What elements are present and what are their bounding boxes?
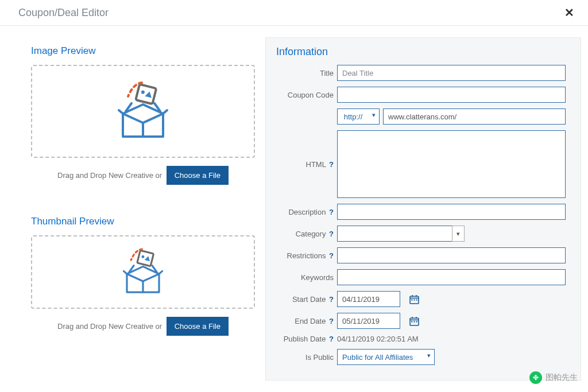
- calendar-icon[interactable]: [409, 294, 419, 304]
- image-drop-caption: Drag and Drop New Creative or Choose a F…: [31, 166, 255, 185]
- protocol-select[interactable]: http://: [337, 108, 380, 125]
- svg-rect-22: [413, 321, 415, 322]
- thumbnail-dropzone[interactable]: [31, 235, 255, 309]
- is-public-select[interactable]: Public for All Affiliates: [337, 349, 435, 365]
- svg-rect-15: [413, 299, 415, 300]
- help-icon[interactable]: ?: [329, 251, 334, 260]
- modal-title: Coupon/Deal Editor: [18, 7, 109, 19]
- svg-rect-12: [412, 295, 413, 297]
- start-date-input[interactable]: [337, 291, 400, 307]
- thumbnail-preview-heading: Thumbnail Preview: [31, 216, 255, 227]
- close-icon[interactable]: ✕: [564, 6, 574, 20]
- help-icon[interactable]: ?: [329, 295, 334, 304]
- category-input[interactable]: [337, 226, 452, 242]
- creative-preview-column: Image Preview: [14, 37, 255, 381]
- coupon-code-input[interactable]: [337, 87, 566, 103]
- category-combo[interactable]: ▾: [337, 226, 465, 242]
- modal-header: Coupon/Deal Editor ✕: [0, 0, 588, 26]
- svg-rect-19: [412, 317, 413, 319]
- thumbnail-drop-caption: Drag and Drop New Creative or Choose a F…: [31, 317, 255, 336]
- start-date-label: Start Date: [292, 295, 326, 304]
- end-date-label: End Date: [295, 317, 326, 325]
- svg-rect-2: [136, 84, 156, 104]
- url-input[interactable]: [383, 108, 566, 125]
- html-textarea[interactable]: [337, 130, 566, 198]
- information-panel: Information Title Coupon Code http://: [265, 37, 581, 381]
- html-label: HTML: [306, 160, 326, 169]
- restrictions-label: Restrictions: [287, 251, 326, 260]
- choose-file-button[interactable]: Choose a File: [167, 166, 229, 185]
- category-label: Category: [296, 230, 326, 238]
- svg-rect-20: [416, 317, 417, 319]
- is-public-label: Is Public: [305, 353, 334, 362]
- restrictions-input[interactable]: [337, 247, 566, 263]
- coupon-deal-editor-modal: Coupon/Deal Editor ✕ Image Preview: [0, 0, 588, 392]
- help-icon[interactable]: ?: [329, 230, 334, 238]
- description-input[interactable]: [337, 204, 566, 220]
- help-icon[interactable]: ?: [329, 208, 334, 216]
- title-label: Title: [320, 69, 334, 77]
- image-preview-heading: Image Preview: [31, 45, 255, 57]
- watermark: ✤ 图帕先生: [529, 371, 578, 384]
- svg-rect-7: [137, 250, 154, 266]
- chevron-down-icon[interactable]: ▾: [452, 226, 465, 242]
- information-heading: Information: [274, 46, 566, 58]
- image-dropzone[interactable]: [31, 65, 255, 158]
- help-icon[interactable]: ?: [329, 335, 334, 343]
- svg-rect-16: [416, 299, 417, 300]
- title-input[interactable]: [337, 65, 566, 81]
- choose-file-button[interactable]: Choose a File: [167, 317, 229, 336]
- upload-box-icon: [120, 246, 166, 298]
- keywords-label: Keywords: [301, 273, 334, 282]
- svg-rect-14: [411, 299, 412, 300]
- wechat-icon: ✤: [529, 371, 542, 384]
- modal-body: Image Preview: [0, 26, 588, 392]
- svg-rect-21: [411, 321, 412, 322]
- calendar-icon[interactable]: [409, 316, 419, 326]
- keywords-input[interactable]: [337, 269, 566, 285]
- coupon-code-label: Coupon Code: [288, 91, 334, 99]
- svg-rect-23: [416, 321, 417, 322]
- publish-date-label: Publish Date: [284, 335, 326, 343]
- publish-date-value: 04/11/2019 02:20:51 AM: [337, 335, 419, 343]
- upload-box-icon: [114, 79, 172, 143]
- end-date-input[interactable]: [337, 313, 400, 329]
- svg-rect-13: [416, 295, 417, 297]
- help-icon[interactable]: ?: [329, 317, 334, 325]
- help-icon[interactable]: ?: [329, 160, 334, 169]
- description-label: Description: [288, 208, 326, 216]
